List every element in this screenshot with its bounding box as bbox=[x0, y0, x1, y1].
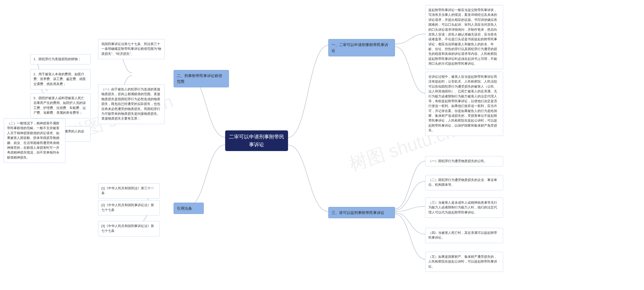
leaf-b2-intro-text: 我国刑事诉讼法第七十七条、刑法第三十一条明确规定附带民事诉讼赔偿范围为“物质损失… bbox=[101, 42, 161, 56]
leaf-b3-5-text: （五）如果是国家财产、集体财产遭受损失的，人民检察院在提起公诉时，可以提起附带民… bbox=[428, 255, 497, 268]
leaf-b1-2: 在诉讼过程中，被害人应当提起附带民事诉讼而没有提起时，公安机关、人民检察院、人民… bbox=[425, 72, 503, 136]
text: 3、因陪护被害人或料理被害人死亡后果而产生的费用。如陪护人员的误工费、护理费、住… bbox=[33, 96, 86, 115]
leaf-b1-1-text: 提起附带民事诉讼一般应当提交附带民事诉状，写清有关当事人的情况，案发详细经过及具… bbox=[428, 8, 497, 65]
leaf-b3-4-text: （四）当被害人死亡时，其近亲属可以提起附带民事诉讼。 bbox=[428, 231, 497, 239]
links-left-final bbox=[0, 0, 644, 290]
connector-lines bbox=[0, 0, 644, 290]
subB-link bbox=[0, 0, 644, 290]
leaf-b2-subB-text: （二）一般情况下，精神损害不属附带民事赔偿的范畴。一般不支持被害人关于精神损害赔… bbox=[7, 122, 59, 159]
leaf-b1-1: 提起附带民事诉讼一般应当提交附带民事诉状，写清有关当事人的情况，案发详细经过及具… bbox=[425, 5, 503, 69]
leaf-b2-subB: （二）一般情况下，精神损害不属附带民事赔偿的范畴。一般不支持被害人关于精神损害赔… bbox=[4, 118, 65, 163]
leaf-b2-item-2: 2、用于被害人本身的费用。如医疗费、营养费、误工费、鉴定费、就医交通费、残疾用具… bbox=[30, 69, 91, 89]
leaf-b2-subA: （一）由于被告人的犯罪行为造成的直接物质损失，原则上都属赔偿的范围。直接物质损失… bbox=[98, 84, 165, 124]
leaf-b2-intro: 我国刑事诉讼法第七十七条、刑法第三十一条明确规定附带民事诉讼赔偿范围为“物质损失… bbox=[98, 39, 165, 59]
center-title: 二审可以申请刑事附带民事诉讼 bbox=[228, 133, 285, 149]
branch-section-3[interactable]: 三、谁可以提刑事附带民事诉讼 bbox=[328, 207, 395, 218]
leaf-b3-1-text: （一）因犯罪行为遭受物质损失的公民。 bbox=[428, 159, 487, 163]
mindmap-canvas: 树图 shutu.cn 树图 shutu.cn bbox=[0, 0, 644, 290]
leaf-b3-4: （四）当被害人死亡时，其近亲属可以提起附带民事诉讼。 bbox=[425, 228, 503, 243]
leaf-b3-2-text: （二）因犯罪行为遭受物质损失的企业、事业单位、机构团体等。 bbox=[428, 178, 497, 187]
branch-law[interactable]: 引用法条 bbox=[174, 203, 204, 214]
leaf-law-2: [2]《中华人民共和国民事诉讼法》第七十七条 bbox=[98, 200, 160, 215]
leaf-b3-3-text: （三）当被害人是未成年人或精神病患者等无行为能力人或者限制行为能力人时，他们的法… bbox=[428, 201, 497, 214]
branch-section-2[interactable]: 二、刑事附带民事诉讼赔偿范围 bbox=[174, 70, 229, 87]
leaf-b2-item-3: 3、因陪护被害人或料理被害人死亡后果而产生的费用。如陪护人员的误工费、护理费、住… bbox=[30, 93, 91, 118]
leaf-b3-5: （五）如果是国家财产、集体财产遭受损失的，人民检察院在提起公诉时，可以提起附带民… bbox=[425, 252, 503, 272]
leaf-b2-item-1: 1、因犯罪行为直接损毁的财物； bbox=[30, 54, 91, 64]
branch-1-title: 一、二审可以申请刑事附带民事诉讼 bbox=[332, 43, 388, 53]
left-connectors-final bbox=[0, 0, 644, 290]
leaf-b2-subA-text: （一）由于被告人的犯罪行为造成的直接物质损失，原则上都属赔偿的范围。直接物质损失… bbox=[101, 88, 160, 120]
leaf-law-3-text: [3]《中华人民共和国刑事诉讼法》第七十七条 bbox=[101, 224, 154, 233]
leaf-b3-1: （一）因犯罪行为遭受物质损失的公民。 bbox=[425, 156, 503, 166]
text: 1、因犯罪行为直接损毁的财物； bbox=[33, 57, 81, 61]
leaf-law-1-text: [1]《中华人民共和国刑法》第三十一条 bbox=[101, 187, 154, 195]
branch-2-title: 二、刑事附带民事诉讼赔偿范围 bbox=[177, 74, 222, 84]
branch-3-title: 三、谁可以提刑事附带民事诉讼 bbox=[332, 210, 384, 215]
branch-law-title: 引用法条 bbox=[177, 206, 192, 210]
center-topic: 二审可以申请刑事附带民事诉讼 bbox=[225, 130, 288, 151]
leaf-law-3: [3]《中华人民共和国刑事诉讼法》第七十七条 bbox=[98, 221, 160, 236]
branch-section-1[interactable]: 一、二审可以申请刑事附带民事诉讼 bbox=[328, 39, 395, 56]
leaf-b3-3: （三）当被害人是未成年人或精神病患者等无行为能力人或者限制行为能力人时，他们的法… bbox=[425, 198, 503, 218]
leaf-b1-2-text: 在诉讼过程中，被害人应当提起附带民事诉讼而没有提起时，公安机关、人民检察院、人民… bbox=[428, 75, 497, 132]
leaf-law-2-text: [2]《中华人民共和国民事诉讼法》第七十七条 bbox=[101, 203, 154, 212]
extra-links bbox=[0, 0, 644, 290]
leaf-b3-2: （二）因犯罪行为遭受物质损失的企业、事业单位、机构团体等。 bbox=[425, 175, 503, 190]
links-override bbox=[0, 0, 644, 290]
text: 2、用于被害人本身的费用。如医疗费、营养费、误工费、鉴定费、就医交通费、残疾用具… bbox=[33, 72, 86, 86]
leaf-law-1: [1]《中华人民共和国刑法》第三十一条 bbox=[98, 183, 160, 199]
